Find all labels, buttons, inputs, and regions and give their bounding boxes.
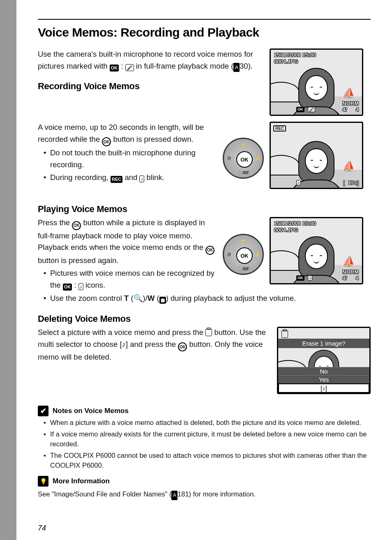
dpad-left-icon: ⏱ bbox=[227, 252, 231, 257]
mic-mini-icon: 🎤 bbox=[308, 107, 315, 112]
dpad-up-icon: ⚡ bbox=[241, 142, 246, 147]
screen2-timer: [ 17s] bbox=[343, 180, 359, 186]
ok-icon: OK bbox=[110, 65, 119, 72]
page-title: Voice Memos: Recording and Playback bbox=[38, 25, 371, 39]
dpad-left-icon: ⏱ bbox=[227, 156, 231, 161]
note-mini-icon: ♪ bbox=[296, 180, 301, 185]
erase-option-memo: [♪] bbox=[278, 383, 369, 393]
dpad-up-icon: ⚡ bbox=[241, 238, 246, 243]
page-ref-icon: A bbox=[171, 491, 178, 500]
trash-icon bbox=[205, 329, 212, 336]
screen1-status-icons: OK:🎤 bbox=[296, 107, 315, 112]
playing-heading: Playing Voice Memos bbox=[38, 204, 371, 215]
mic-icon: 🎤 bbox=[125, 64, 134, 71]
page-ref-icon: A bbox=[233, 63, 240, 72]
notes-item-2: If a voice memo already exists for the c… bbox=[44, 429, 371, 449]
ok-button-icon: OK bbox=[205, 246, 214, 255]
notes-item-3: The COOLPIX P6000 cannot be used to atta… bbox=[44, 451, 371, 471]
dpad-ok-button: OK bbox=[236, 247, 253, 264]
recording-paragraph: A voice memo, up to 20 seconds in length… bbox=[38, 122, 217, 146]
music-note-icon: ♪ bbox=[122, 340, 126, 348]
sailboat-icon: ⛵ bbox=[342, 160, 355, 173]
ok-icon: OK bbox=[63, 284, 72, 291]
deleting-heading: Deleting Voice Memos bbox=[38, 314, 371, 324]
multi-selector-diagram: ⚡ 🌷/MF ⏱ ⚡ OK bbox=[223, 234, 264, 275]
dpad-down-icon: 🌷/MF bbox=[237, 171, 249, 175]
more-info-text: See "Image/Sound File and Folder Names" … bbox=[38, 489, 371, 500]
dpad-down-icon: 🌷/MF bbox=[237, 267, 249, 271]
note-mini-icon: ♪ bbox=[308, 275, 312, 281]
playing-note-1: Pictures with voice memos can be recogni… bbox=[44, 268, 217, 291]
trash-icon bbox=[281, 330, 288, 338]
ok-button-icon: OK bbox=[102, 137, 111, 146]
screen3-status-icons: OK:♪ bbox=[296, 275, 312, 281]
intro-paragraph: Use the camera's built-in microphone to … bbox=[38, 48, 262, 72]
erase-option-yes: Yes bbox=[278, 375, 369, 383]
rec-badge: REC bbox=[273, 125, 286, 132]
screen2-status-icons: ♪ bbox=[296, 180, 301, 185]
sailboat-icon: ⛵ bbox=[342, 256, 355, 268]
dpad-ok-button: OK bbox=[236, 151, 253, 168]
screen-preview-3: ⛵ 15/11/2008 15:30 0004.JPG NORM 4/ 4 OK… bbox=[270, 217, 363, 284]
ok-mini-icon: OK bbox=[296, 107, 304, 112]
ok-button-icon: OK bbox=[178, 342, 187, 351]
recording-note-1: Do not touch the built-in microphone dur… bbox=[44, 147, 217, 171]
magnify-icon: 🔍 bbox=[134, 294, 143, 302]
notes-heading: Notes on Voice Memos bbox=[53, 407, 129, 415]
playing-paragraph: Press the OK button while a picture is d… bbox=[38, 217, 217, 267]
title-rule bbox=[38, 19, 371, 20]
dpad-right-icon: ⚡ bbox=[255, 252, 260, 257]
rec-icon: REC bbox=[111, 176, 122, 183]
dpad-right-icon: ⚡ bbox=[255, 156, 260, 161]
erase-screen-preview: Erase 1 image? No Yes [♪] bbox=[277, 327, 371, 394]
screen3-timestamp: 15/11/2008 15:30 0004.JPG bbox=[274, 220, 316, 234]
screen-preview-2: ⛵ REC [ 17s] ♪ bbox=[270, 122, 363, 189]
ok-button-icon: OK bbox=[72, 221, 81, 230]
thumbnail-icon: ▦ bbox=[159, 297, 166, 304]
ok-mini-icon: OK bbox=[296, 275, 304, 281]
screen-preview-1: ⛵ 15/11/2008 15:30 0004.JPG NORM 4/ 4 OK… bbox=[270, 48, 363, 116]
caution-check-icon: ✔ bbox=[38, 406, 48, 416]
screen1-timestamp: 15/11/2008 15:30 0004.JPG bbox=[274, 52, 316, 65]
erase-option-no: No bbox=[278, 367, 369, 375]
manual-page: Voice Memos: Recording and Playback Use … bbox=[16, 0, 392, 540]
more-info-heading: More Information bbox=[53, 477, 110, 485]
recording-heading: Recording Voice Memos bbox=[38, 81, 262, 92]
screen3-counter: NORM 4/ 4 bbox=[342, 269, 359, 282]
screen1-counter: NORM 4/ 4 bbox=[342, 100, 359, 113]
music-note-icon: ♪ bbox=[78, 283, 83, 290]
erase-dialog-title: Erase 1 image? bbox=[278, 339, 369, 348]
notes-item-1: When a picture with a voice memo attache… bbox=[44, 418, 371, 428]
recording-note-2: During recording, REC and ♪ blink. bbox=[44, 172, 217, 184]
page-number: 74 bbox=[38, 524, 46, 533]
sailboat-icon: ⛵ bbox=[342, 87, 355, 100]
multi-selector-diagram: ⚡ 🌷/MF ⏱ ⚡ OK bbox=[223, 138, 264, 179]
playing-note-2: Use the zoom control T (🔍)/W (▦) during … bbox=[44, 293, 371, 305]
tip-bulb-icon: 💡 bbox=[38, 476, 48, 487]
music-note-icon: ♪ bbox=[139, 175, 144, 182]
